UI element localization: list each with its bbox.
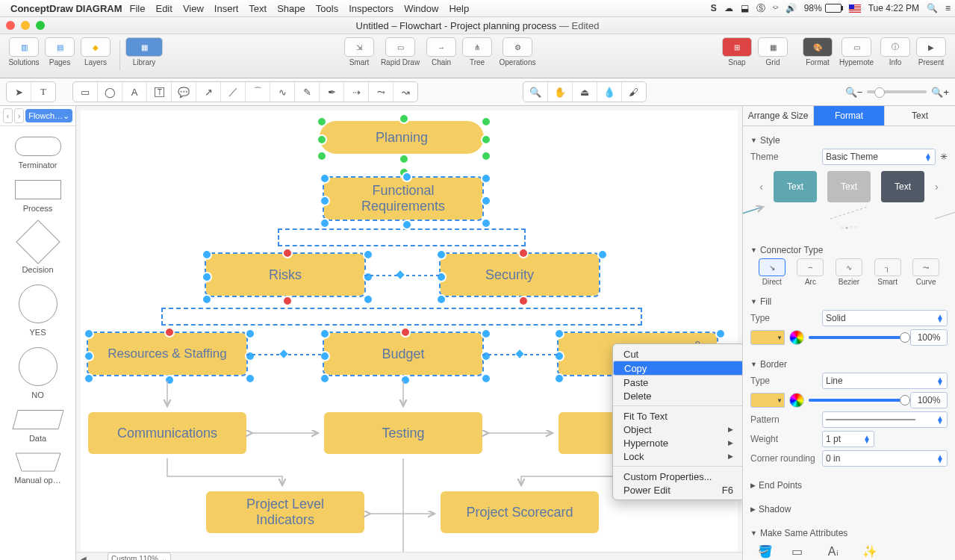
tab-format[interactable]: Format: [814, 106, 885, 125]
connector-arc[interactable]: ⌢Arc: [795, 258, 827, 286]
canvas-area[interactable]: Planning Functional Requirements: [76, 106, 742, 560]
menu-text[interactable]: Text: [249, 3, 267, 14]
node-communications[interactable]: Communications: [88, 412, 246, 454]
ctx-cut[interactable]: Cut: [613, 347, 742, 361]
node-functional-requirements[interactable]: Functional Requirements: [324, 178, 482, 220]
toolbar-hypernote[interactable]: ▭Hypernote: [836, 37, 877, 66]
clock[interactable]: Tue 4:22 PM: [868, 3, 919, 13]
theme-settings-icon[interactable]: ✳: [940, 152, 948, 162]
node-planning[interactable]: Planning: [320, 121, 484, 154]
spotlight-icon[interactable]: 🔍: [927, 3, 938, 13]
msa-fill[interactable]: 🪣Fill: [758, 544, 776, 560]
zoom-region-tool[interactable]: 🔍: [523, 82, 548, 102]
sys-icon-s[interactable]: S: [711, 3, 717, 13]
stamp-tool[interactable]: ⏏: [573, 82, 597, 102]
fill-color-wheel[interactable]: [789, 330, 804, 345]
shape-no[interactable]: NO: [0, 347, 75, 399]
border-opacity-slider[interactable]: [809, 399, 906, 402]
canvas[interactable]: Planning Functional Requirements: [81, 111, 738, 560]
border-pattern-select[interactable]: ▲▼: [822, 411, 948, 428]
menu-help[interactable]: Help: [449, 3, 469, 14]
text-box-tool[interactable]: T: [31, 82, 55, 102]
menu-file[interactable]: File: [130, 3, 146, 14]
toolbar-chain[interactable]: →Chain: [423, 37, 459, 66]
tab-arrange-size[interactable]: Arrange & Size: [743, 106, 814, 125]
node-budget[interactable]: Budget: [324, 333, 482, 375]
app-name[interactable]: ConceptDraw DIAGRAM: [10, 3, 122, 14]
wifi-icon[interactable]: ⌔: [773, 3, 778, 13]
corner-rounding-select[interactable]: 0 in▲▼: [822, 450, 948, 467]
format-painter-tool[interactable]: 🖌: [622, 82, 646, 102]
shapes-library-selector[interactable]: Flowch…⌄: [25, 109, 72, 122]
menu-window[interactable]: Window: [404, 3, 438, 14]
input-source-flag-icon[interactable]: [849, 4, 861, 13]
section-endpoints[interactable]: ▶End Points: [750, 480, 948, 491]
spline-tool[interactable]: ∿: [270, 82, 295, 102]
connector2-tool[interactable]: ⤳: [369, 82, 393, 102]
border-weight-input[interactable]: 1 pt▲▼: [822, 431, 874, 447]
ctx-fit-to-text[interactable]: Fit To Text: [613, 409, 742, 423]
toolbar-grid[interactable]: ▦Grid: [755, 37, 791, 66]
section-shadow[interactable]: ▶Shadow: [750, 504, 948, 514]
theme-card-3[interactable]: Text: [881, 171, 924, 202]
fill-type-select[interactable]: Solid▲▼: [822, 310, 948, 326]
ctx-paste[interactable]: Paste: [613, 376, 742, 389]
pencil-tool[interactable]: ✎: [295, 82, 320, 102]
node-security[interactable]: Security: [441, 254, 599, 296]
border-type-select[interactable]: Line▲▼: [822, 373, 948, 389]
section-fill[interactable]: ▼Fill: [750, 296, 948, 307]
textframe-tool[interactable]: 🅃: [147, 82, 172, 102]
menu-edit[interactable]: Edit: [155, 3, 172, 14]
menu-tools[interactable]: Tools: [316, 3, 338, 14]
shape-yes[interactable]: YES: [0, 284, 75, 337]
node-resources[interactable]: Resources & Staffing: [88, 333, 246, 375]
zoom-in-icon[interactable]: 🔍+: [931, 87, 949, 98]
shape-terminator[interactable]: Terminator: [0, 137, 75, 169]
connector-bezier[interactable]: ∿Bezier: [833, 258, 865, 286]
line-tool[interactable]: ／: [221, 82, 246, 102]
connector-smart[interactable]: ┐Smart: [872, 258, 903, 286]
section-style[interactable]: ▼Style: [750, 135, 948, 146]
hand-tool[interactable]: ✋: [548, 82, 573, 102]
toolbar-format[interactable]: 🎨Format: [800, 37, 836, 66]
msa-text-format[interactable]: AᵢText Format: [825, 544, 849, 560]
menu-inspectors[interactable]: Inspectors: [349, 3, 393, 14]
node-scorecard[interactable]: Project Scorecard: [441, 491, 599, 533]
ctx-lock[interactable]: Lock: [613, 449, 742, 463]
bezier-tool[interactable]: ✒: [320, 82, 344, 102]
theme-card-1[interactable]: Text: [774, 171, 817, 202]
theme-next[interactable]: ›: [935, 181, 939, 193]
notification-center-icon[interactable]: ≡: [945, 3, 951, 13]
theme-prev[interactable]: ‹: [759, 181, 763, 193]
zoom-selector[interactable]: Custom 110%⌄: [108, 553, 171, 560]
node-risks[interactable]: Risks: [206, 254, 364, 296]
connector-curve[interactable]: ⤳Curve: [910, 258, 942, 286]
pointer-tool[interactable]: ➤: [7, 82, 31, 102]
toolbar-present[interactable]: ▶Present: [913, 37, 949, 66]
volume-icon[interactable]: 🔊: [786, 3, 797, 13]
shapes-nav-back[interactable]: ‹: [3, 108, 13, 123]
theme-select[interactable]: Basic Theme▲▼: [822, 149, 936, 165]
menu-insert[interactable]: Insert: [214, 3, 239, 14]
toolbar-info[interactable]: ⓘInfo: [877, 37, 913, 66]
skype-icon[interactable]: Ⓢ: [756, 2, 765, 15]
text-tool[interactable]: A: [122, 82, 147, 102]
border-opacity-value[interactable]: 100%: [910, 392, 948, 408]
toolbar-snap[interactable]: ⊞Snap: [719, 37, 755, 66]
toolbar-solutions[interactable]: ▥ Solutions: [6, 37, 42, 66]
toolbar-library[interactable]: ▦ Library: [126, 37, 162, 66]
shape-manual-op[interactable]: Manual op…: [0, 453, 75, 485]
shape-decision[interactable]: Decision: [0, 223, 75, 274]
border-color-swatch[interactable]: ▼: [750, 393, 785, 408]
toolbar-smart[interactable]: ⇲Smart: [341, 37, 377, 66]
fill-opacity-value[interactable]: 100%: [910, 329, 948, 346]
battery-icon[interactable]: [825, 4, 842, 13]
ctx-object[interactable]: Object: [613, 423, 742, 436]
toolbar-tree[interactable]: ⋔Tree: [459, 37, 495, 66]
connector3-tool[interactable]: ↝: [393, 82, 417, 102]
ellipse-tool[interactable]: ◯: [98, 82, 122, 102]
toolbar-layers[interactable]: ◆ Layers: [78, 37, 113, 66]
ctx-hypernote[interactable]: Hypernote: [613, 436, 742, 449]
arc-tool[interactable]: ⌒: [246, 82, 270, 102]
ctx-custom-props[interactable]: Custom Properties...: [613, 470, 742, 483]
